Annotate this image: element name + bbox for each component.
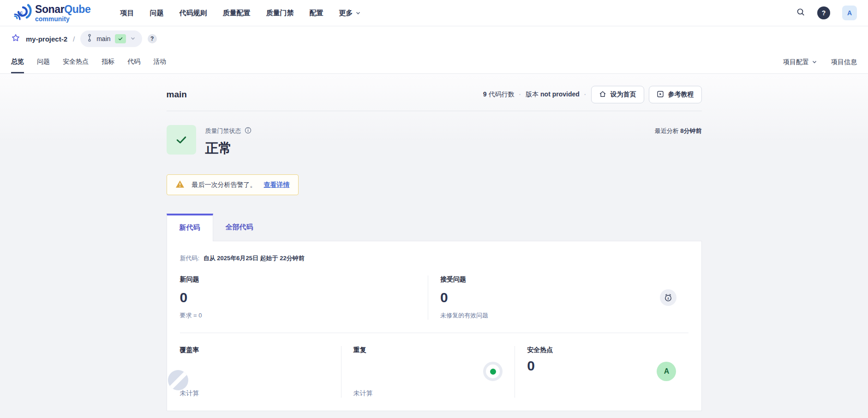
warning-message: 最后一次分析告警了。 bbox=[192, 181, 257, 189]
brand-sonar: Sonar bbox=[35, 3, 64, 15]
favorite-star-icon[interactable] bbox=[11, 33, 20, 44]
coverage-status: 未计算 bbox=[180, 389, 329, 398]
warning-details-link[interactable]: 查看详情 bbox=[264, 181, 290, 189]
new-issues-label: 新问题 bbox=[180, 275, 202, 284]
chevron-down-icon bbox=[812, 59, 817, 66]
coverage-label: 覆盖率 bbox=[180, 346, 329, 354]
project-info-button[interactable]: 项目信息 bbox=[831, 58, 857, 66]
project-settings-menu[interactable]: 项目配置 bbox=[783, 58, 817, 66]
search-icon[interactable] bbox=[796, 7, 805, 18]
project-name[interactable]: my-project-2 bbox=[26, 35, 67, 43]
last-analysis-value: 8分钟前 bbox=[680, 127, 701, 134]
home-icon bbox=[599, 90, 606, 99]
tab-measures[interactable]: 指标 bbox=[102, 51, 114, 73]
branch-status-check-icon bbox=[115, 34, 126, 43]
coverage-no-data-icon bbox=[168, 370, 188, 390]
loc-value: 9 bbox=[483, 90, 487, 98]
accepted-issues-value[interactable]: 0 bbox=[440, 290, 488, 305]
quality-gate-section: 质量门禁状态 正常 最近分析 8分钟前 bbox=[167, 125, 702, 158]
metric-coverage: 覆盖率 未计算 bbox=[180, 346, 341, 398]
last-analysis-label: 最近分析 bbox=[655, 127, 679, 134]
version-value: not provided bbox=[540, 90, 580, 98]
branch-icon bbox=[87, 34, 92, 44]
tab-activity[interactable]: 活动 bbox=[153, 51, 166, 73]
quality-gate-status: 正常 bbox=[205, 139, 251, 158]
help-icon[interactable]: ? bbox=[817, 6, 830, 19]
sonarqube-logo-icon: c bbox=[11, 2, 32, 24]
svg-text:c: c bbox=[20, 10, 23, 15]
metric-security-hotspots: 安全热点 0 A bbox=[515, 346, 688, 398]
set-homepage-button[interactable]: 设为首页 bbox=[591, 86, 644, 103]
panel-divider bbox=[180, 333, 688, 333]
top-nav: c SonarQube community 项目 问题 代码规则 质量配置 质量… bbox=[0, 0, 868, 26]
tab-overall-code[interactable]: 全部代码 bbox=[213, 214, 266, 241]
new-code-period-label: 新代码: bbox=[180, 255, 200, 262]
tutorials-button[interactable]: 参考教程 bbox=[649, 86, 702, 103]
duplications-status: 未计算 bbox=[353, 389, 503, 398]
nav-item-administration[interactable]: 配置 bbox=[309, 9, 323, 18]
nav-item-issues[interactable]: 问题 bbox=[150, 9, 163, 18]
chevron-down-icon bbox=[355, 9, 361, 17]
avatar[interactable]: A bbox=[842, 6, 857, 20]
chevron-down-icon bbox=[130, 35, 136, 43]
accepted-issues-subtitle: 未修复的有效问题 bbox=[440, 311, 488, 320]
breadcrumb-separator: / bbox=[73, 35, 75, 43]
play-video-icon bbox=[657, 90, 664, 99]
brand-qube: Qube bbox=[64, 3, 90, 15]
brand-community: community bbox=[35, 16, 90, 22]
analysis-warning-banner: 最后一次分析告警了。 查看详情 bbox=[167, 174, 299, 195]
overview-content: main 9 代码行数 · 版本 not provided · 设为首页 参考教… bbox=[0, 74, 868, 418]
branch-header: main 9 代码行数 · 版本 not provided · 设为首页 参考教… bbox=[167, 86, 702, 111]
tab-new-code[interactable]: 新代码 bbox=[167, 214, 213, 241]
metric-new-issues: 新问题 0 要求 = 0 bbox=[180, 275, 429, 320]
tab-security-hotspots[interactable]: 安全热点 bbox=[63, 51, 89, 73]
breadcrumb: my-project-2 / main ? bbox=[0, 26, 868, 51]
security-hotspots-value[interactable]: 0 bbox=[527, 358, 676, 374]
nav-item-rules[interactable]: 代码规则 bbox=[179, 9, 207, 18]
duplications-indicator-icon bbox=[483, 362, 503, 381]
tab-overview[interactable]: 总览 bbox=[11, 51, 24, 73]
accepted-issues-label: 接受问题 bbox=[440, 275, 488, 284]
nav-item-more[interactable]: 更多 bbox=[339, 9, 361, 18]
security-rating-badge: A bbox=[657, 362, 676, 381]
svg-text:z: z bbox=[667, 296, 669, 300]
nav-item-quality-profiles[interactable]: 质量配置 bbox=[222, 9, 250, 18]
main-nav: 项目 问题 代码规则 质量配置 质量门禁 配置 更多 bbox=[120, 9, 361, 18]
quality-gate-pass-icon bbox=[167, 125, 196, 155]
info-icon[interactable] bbox=[245, 127, 251, 135]
new-code-panel: 新代码: 自从 2025年6月25日 起始于 22分钟前 新问题 0 要求 = … bbox=[167, 241, 702, 411]
tab-issues[interactable]: 问题 bbox=[37, 51, 50, 73]
new-code-period-detail: 自从 2025年6月25日 起始于 22分钟前 bbox=[204, 255, 305, 262]
loc-label: 代码行数 bbox=[488, 90, 514, 98]
new-issues-value[interactable]: 0 bbox=[180, 290, 202, 305]
tab-code[interactable]: 代码 bbox=[127, 51, 140, 73]
nav-item-quality-gates[interactable]: 质量门禁 bbox=[266, 9, 293, 18]
security-hotspots-label: 安全热点 bbox=[527, 346, 676, 354]
branch-help-icon[interactable]: ? bbox=[148, 34, 157, 43]
branch-title: main bbox=[167, 90, 187, 100]
snooze-clock-icon: z bbox=[660, 289, 676, 306]
version-label: 版本 bbox=[526, 90, 539, 98]
nav-item-projects[interactable]: 项目 bbox=[120, 9, 134, 18]
project-tab-bar: 总览 问题 安全热点 指标 代码 活动 项目配置 项目信息 bbox=[0, 51, 868, 74]
metric-accepted-issues: 接受问题 0 未修复的有效问题 z bbox=[428, 275, 688, 320]
warning-icon bbox=[175, 180, 185, 190]
branch-selector[interactable]: main bbox=[80, 30, 142, 47]
branch-name: main bbox=[96, 35, 110, 42]
code-tabs: 新代码 全部代码 bbox=[167, 214, 702, 241]
quality-gate-label: 质量门禁状态 bbox=[205, 127, 241, 135]
duplications-label: 重复 bbox=[353, 346, 503, 354]
metric-duplications: 重复 未计算 bbox=[341, 346, 515, 398]
sonarqube-logo[interactable]: c SonarQube community bbox=[11, 2, 90, 24]
new-issues-subtitle: 要求 = 0 bbox=[180, 311, 202, 320]
